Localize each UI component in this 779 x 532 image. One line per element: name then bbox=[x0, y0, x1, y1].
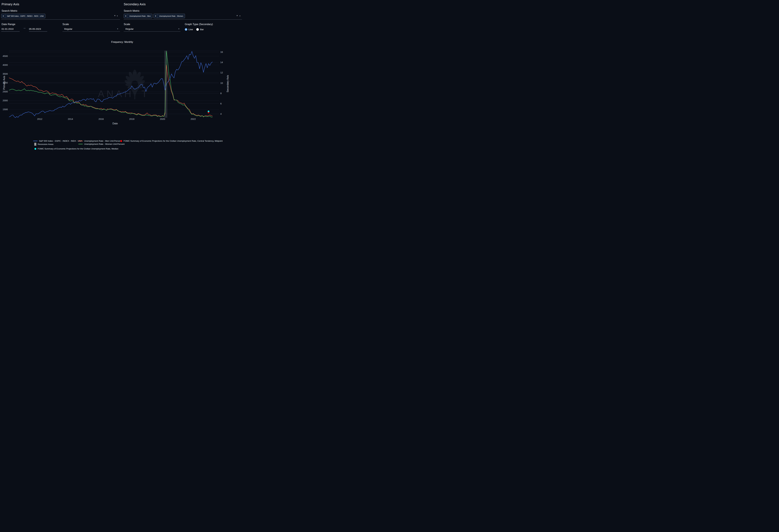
legend-line-swatch-green bbox=[78, 144, 83, 144]
chip-remove-icon[interactable]: × bbox=[154, 14, 158, 18]
chip-label: Unemployment Rate - Men bbox=[128, 14, 152, 18]
svg-text:4000: 4000 bbox=[3, 64, 8, 66]
primary-select-caret-icon[interactable]: ▾ bbox=[117, 15, 118, 17]
frequency-label: Frequency: Monthly bbox=[0, 41, 244, 44]
graph-type-bar-radio[interactable] bbox=[196, 28, 199, 31]
metric-chip-unemployment-women[interactable]: × Unemployment Rate - Women bbox=[154, 14, 185, 18]
metric-chip-unemployment-men[interactable]: × Unemployment Rate - Men bbox=[124, 14, 153, 18]
secondary-select-underline bbox=[124, 19, 242, 20]
svg-text:6: 6 bbox=[220, 102, 222, 105]
primary-scale-caret-icon[interactable]: ▾ bbox=[117, 28, 118, 30]
svg-text:2022: 2022 bbox=[190, 118, 196, 120]
svg-text:14: 14 bbox=[220, 61, 223, 64]
date-range-arrow-icon: → bbox=[23, 26, 26, 29]
chip-label: Unemployment Rate - Women bbox=[158, 14, 185, 18]
date-start-input[interactable]: 01-01-2010 bbox=[2, 27, 13, 30]
legend-dot-swatch-red bbox=[120, 140, 122, 142]
graph-type-label: Graph Type (Secondary) bbox=[185, 23, 213, 26]
legend-label: Recession Areas bbox=[38, 143, 53, 145]
svg-text:2000: 2000 bbox=[3, 99, 8, 102]
legend-label: Unemployment Rate - Men Unit:Percent bbox=[84, 140, 121, 142]
date-start-underline bbox=[1, 31, 20, 32]
metric-chip-sp500[interactable]: × S&P 500 Index - GSPC - INDEX - INDX - … bbox=[1, 14, 45, 18]
svg-text:16: 16 bbox=[220, 51, 223, 53]
chip-remove-icon[interactable]: × bbox=[124, 14, 128, 18]
analytics-dashboard: Primary Axis Search Metric × S&P 500 Ind… bbox=[0, 0, 244, 163]
legend-label: S&P 500 Index - GSPC - INDEX - INDX - US… bbox=[39, 140, 82, 142]
legend-label: FOMC Summary of Economic Projections for… bbox=[38, 147, 118, 150]
date-end-input[interactable]: 05-05-2023 bbox=[29, 27, 41, 30]
secondary-axis-title: Secondary Axis bbox=[124, 2, 146, 6]
date-range-label: Date Range bbox=[2, 23, 15, 26]
secondary-scale-underline bbox=[124, 31, 180, 32]
svg-text:8: 8 bbox=[220, 92, 222, 95]
primary-metric-select[interactable]: × S&P 500 Index - GSPC - INDEX - INDX - … bbox=[1, 14, 45, 18]
primary-select-underline bbox=[1, 19, 120, 20]
graph-type-bar-label[interactable]: Bar bbox=[200, 28, 203, 31]
svg-text:2012: 2012 bbox=[37, 118, 42, 120]
svg-text:2018: 2018 bbox=[129, 118, 134, 120]
svg-text:10: 10 bbox=[220, 82, 223, 84]
graph-type-line-label[interactable]: Line bbox=[188, 28, 193, 31]
chip-remove-icon[interactable]: × bbox=[1, 14, 5, 18]
secondary-search-metric-label: Search Metric bbox=[124, 9, 139, 12]
secondary-scale-label: Scale bbox=[124, 23, 130, 26]
legend-item-fomc-central-tendency[interactable]: FOMC Summary of Economic Projections for… bbox=[120, 140, 223, 142]
legend-item-recession-areas[interactable]: Recession Areas bbox=[34, 143, 53, 146]
date-end-underline bbox=[29, 31, 47, 32]
primary-search-metric-label: Search Metric bbox=[2, 9, 17, 12]
secondary-scale-select[interactable]: Regular bbox=[125, 27, 134, 30]
svg-text:2014: 2014 bbox=[68, 118, 73, 120]
primary-axis-y-label: Primary Axis bbox=[3, 74, 6, 91]
secondary-select-clear-icon[interactable]: × bbox=[237, 14, 238, 17]
secondary-select-caret-icon[interactable]: ▾ bbox=[239, 15, 240, 17]
legend-label: Unemployment Rate - Women Unit:Percent bbox=[84, 143, 124, 145]
x-axis-label: Date bbox=[113, 122, 118, 125]
svg-text:12: 12 bbox=[220, 71, 223, 74]
legend-line-swatch-orange bbox=[78, 141, 83, 141]
secondary-metric-select[interactable]: × Unemployment Rate - Men × Unemployment… bbox=[124, 14, 185, 18]
primary-select-clear-icon[interactable]: × bbox=[114, 14, 115, 17]
graph-type-line-radio[interactable] bbox=[185, 28, 187, 31]
legend-item-sp500[interactable]: S&P 500 Index - GSPC - INDEX - INDX - US… bbox=[33, 140, 82, 142]
legend-item-unemployment-men[interactable]: Unemployment Rate - Men Unit:Percent bbox=[78, 140, 121, 142]
legend-line-swatch-blue bbox=[33, 141, 38, 141]
legend-item-unemployment-women[interactable]: Unemployment Rate - Women Unit:Percent bbox=[78, 143, 124, 145]
legend-item-fomc-median[interactable]: FOMC Summary of Economic Projections for… bbox=[35, 147, 118, 150]
secondary-scale-caret-icon[interactable]: ▾ bbox=[178, 28, 179, 30]
legend-rect-swatch-gray bbox=[34, 143, 36, 146]
watermark-text-right: T bbox=[141, 88, 149, 99]
secondary-axis-y-label: Secondary Axis bbox=[226, 74, 229, 93]
legend-label: FOMC Summary of Economic Projections for… bbox=[124, 140, 223, 142]
svg-text:2016: 2016 bbox=[99, 118, 104, 120]
legend-dot-swatch-cyan bbox=[35, 148, 36, 150]
svg-text:1500: 1500 bbox=[3, 108, 8, 111]
graph-type-radio-group: Line Bar bbox=[185, 28, 207, 31]
primary-axis-title: Primary Axis bbox=[2, 2, 19, 6]
primary-scale-label: Scale bbox=[62, 23, 69, 26]
svg-text:2020: 2020 bbox=[160, 118, 165, 120]
chip-label: S&P 500 Index - GSPC - INDEX - INDX - US… bbox=[5, 14, 45, 18]
primary-scale-select[interactable]: Regular bbox=[64, 27, 72, 30]
watermark-text-left: ANAH bbox=[98, 88, 133, 99]
svg-text:4: 4 bbox=[220, 113, 222, 115]
primary-scale-underline bbox=[62, 31, 120, 32]
svg-text:4500: 4500 bbox=[3, 55, 8, 57]
